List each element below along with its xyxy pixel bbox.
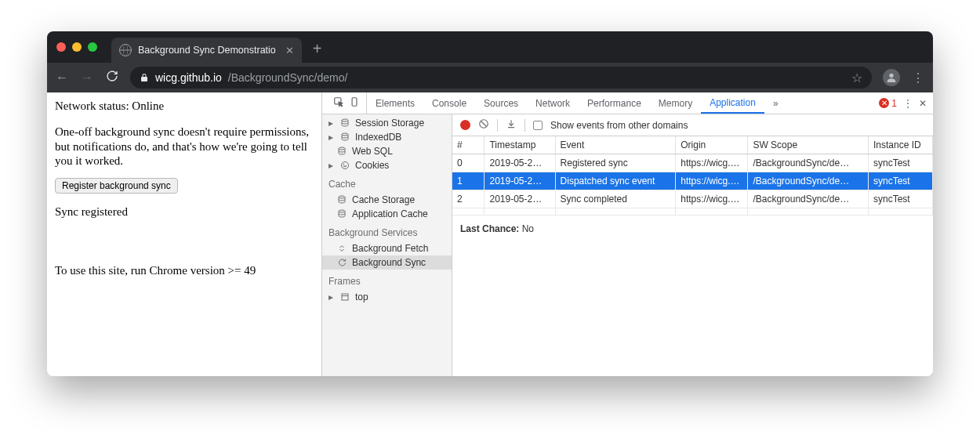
address-bar: ← → wicg.github.io/BackgroundSync/demo/ … [47,63,933,92]
url-host: wicg.github.io [155,71,222,84]
devtools-menu-icon[interactable]: ⋮ [903,98,913,109]
table-row[interactable]: 2 2019-05-2… Sync completed https://wicg… [452,190,933,208]
url-input[interactable]: wicg.github.io/BackgroundSync/demo/ ☆ [130,67,872,89]
table-header-row: # Timestamp Event Origin SW Scope Instan… [452,136,933,154]
table-row[interactable]: 0 2019-05-2… Registered sync https://wic… [452,154,933,172]
browser-window: Background Sync Demonstratio ✕ + ← → wic… [47,31,933,376]
tab-application[interactable]: Application [701,92,764,114]
page-description: One-off background sync doesn't require … [55,125,314,168]
inspect-icon[interactable] [333,96,344,110]
col-timestamp[interactable]: Timestamp [485,136,555,154]
reload-button[interactable] [105,70,119,85]
browser-requirement: To use this site, run Chrome version >= … [55,263,314,278]
tab-memory[interactable]: Memory [650,92,701,114]
tab-network[interactable]: Network [527,92,579,114]
forward-button[interactable]: → [80,71,94,85]
record-button[interactable] [460,120,470,130]
detail-value: No [522,223,534,234]
sidebar-item-background-fetch[interactable]: Background Fetch [322,241,452,255]
svg-point-9 [344,166,345,167]
database-icon [336,195,347,205]
database-icon [336,209,347,219]
events-table: # Timestamp Event Origin SW Scope Instan… [452,136,933,216]
svg-point-3 [342,119,348,121]
sync-icon [336,258,347,267]
maximize-window-button[interactable] [88,42,97,52]
sidebar-label: Background Sync [352,257,426,268]
sidebar-item-cookies[interactable]: ▸ Cookies [322,158,452,172]
svg-point-4 [342,133,348,136]
sidebar-category-background: Background Services [322,221,452,241]
svg-point-8 [346,166,347,167]
devtools-tabs: Elements Console Sources Network Perform… [322,92,933,114]
sidebar-label: Web SQL [352,146,393,157]
sidebar-category-frames: Frames [322,270,452,290]
fetch-icon [336,244,347,253]
sidebar-label: IndexedDB [355,132,401,143]
detail-label: Last Chance: [460,223,519,234]
sidebar-item-background-sync[interactable]: Background Sync [322,255,452,270]
back-button[interactable]: ← [55,71,69,85]
register-sync-button[interactable]: Register background sync [55,178,178,194]
devtools-panel: Elements Console Sources Network Perform… [321,92,933,376]
globe-icon [119,44,132,56]
sidebar-item-session-storage[interactable]: ▸ Session Storage [322,116,452,130]
table-row[interactable]: 1 2019-05-2… Dispatched sync event https… [452,172,933,190]
tab-console[interactable]: Console [423,92,475,114]
browser-menu-button[interactable]: ⋮ [911,71,925,85]
svg-point-0 [889,74,893,78]
svg-point-10 [339,196,345,198]
sidebar-label: Cookies [355,160,389,171]
error-indicator[interactable]: ✕ 1 [879,98,897,109]
col-origin[interactable]: Origin [676,136,748,154]
sidebar-label: Cache Storage [352,194,415,205]
sidebar-item-application-cache[interactable]: Application Cache [322,207,452,221]
tabs-overflow[interactable]: » [764,92,787,114]
tab-strip: Background Sync Demonstratio ✕ + [47,31,933,63]
sidebar-label: top [355,292,368,302]
col-index[interactable]: # [452,136,485,154]
table-row [452,208,933,216]
error-count: 1 [891,98,897,109]
sync-result: Sync registered [55,205,314,219]
sidebar-item-indexeddb[interactable]: ▸ IndexedDB [322,130,452,144]
event-detail: Last Chance: No [452,216,933,242]
col-event[interactable]: Event [555,136,676,154]
events-toolbar: Show events from other domains [452,114,933,136]
browser-tab[interactable]: Background Sync Demonstratio ✕ [111,38,302,63]
close-tab-icon[interactable]: ✕ [282,45,294,56]
download-icon[interactable] [506,118,517,132]
chevron-right-icon: ▸ [327,132,335,143]
tab-elements[interactable]: Elements [367,92,423,114]
svg-point-6 [342,162,349,169]
sidebar-item-websql[interactable]: Web SQL [322,144,452,158]
devtools-close-icon[interactable]: ✕ [919,98,927,109]
minimize-window-button[interactable] [72,42,82,52]
tab-sources[interactable]: Sources [475,92,527,114]
sidebar-item-cache-storage[interactable]: Cache Storage [322,193,452,207]
clear-icon[interactable] [478,118,489,132]
show-other-checkbox[interactable] [533,121,543,130]
svg-point-5 [339,147,345,150]
bookmark-icon[interactable]: ☆ [851,71,862,85]
page-content: Network status: Online One-off backgroun… [47,92,321,376]
content-area: Network status: Online One-off backgroun… [47,92,933,376]
network-status: Network status: Online [55,99,314,114]
profile-avatar[interactable] [883,69,900,86]
svg-rect-12 [342,294,348,300]
new-tab-button[interactable]: + [302,40,333,58]
svg-line-15 [481,121,487,127]
frame-icon [339,292,350,302]
close-window-button[interactable] [56,42,66,52]
col-sw-scope[interactable]: SW Scope [748,136,869,154]
sidebar-label: Session Storage [355,118,424,129]
col-instance-id[interactable]: Instance ID [869,136,933,154]
application-sidebar: ▸ Session Storage ▸ IndexedDB [322,114,452,376]
chevron-right-icon: ▸ [327,118,335,129]
tab-performance[interactable]: Performance [579,92,650,114]
svg-point-7 [343,165,344,165]
chevron-right-icon: ▸ [327,292,335,302]
sidebar-item-top-frame[interactable]: ▸ top [322,290,452,304]
tab-title: Background Sync Demonstratio [138,45,276,56]
device-toggle-icon[interactable] [349,96,360,110]
